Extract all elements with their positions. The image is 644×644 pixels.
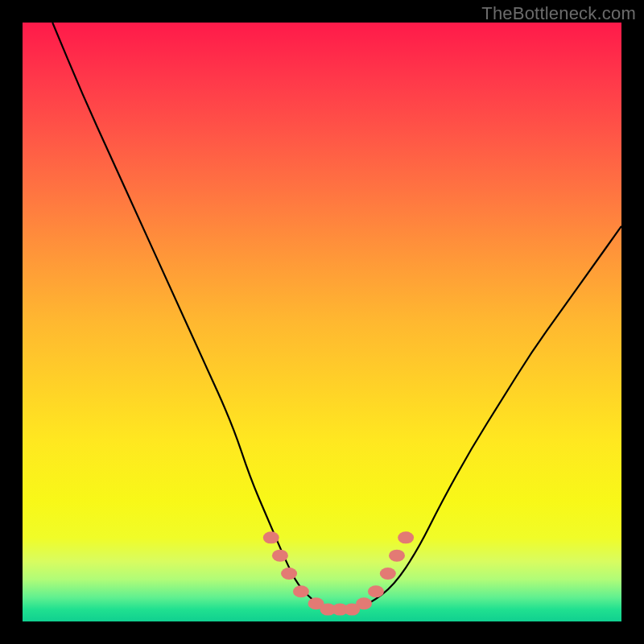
curve-line xyxy=(52,23,621,609)
marker-point xyxy=(398,531,414,543)
marker-point xyxy=(272,550,288,562)
marker-group xyxy=(263,531,414,615)
marker-point xyxy=(263,531,279,543)
marker-point xyxy=(356,597,372,609)
marker-point xyxy=(281,568,297,580)
watermark-label: TheBottleneck.com xyxy=(481,3,636,24)
marker-point xyxy=(368,585,384,597)
marker-point xyxy=(389,550,405,562)
marker-point xyxy=(380,568,396,580)
marker-point xyxy=(293,585,309,597)
chart-svg xyxy=(23,23,621,621)
